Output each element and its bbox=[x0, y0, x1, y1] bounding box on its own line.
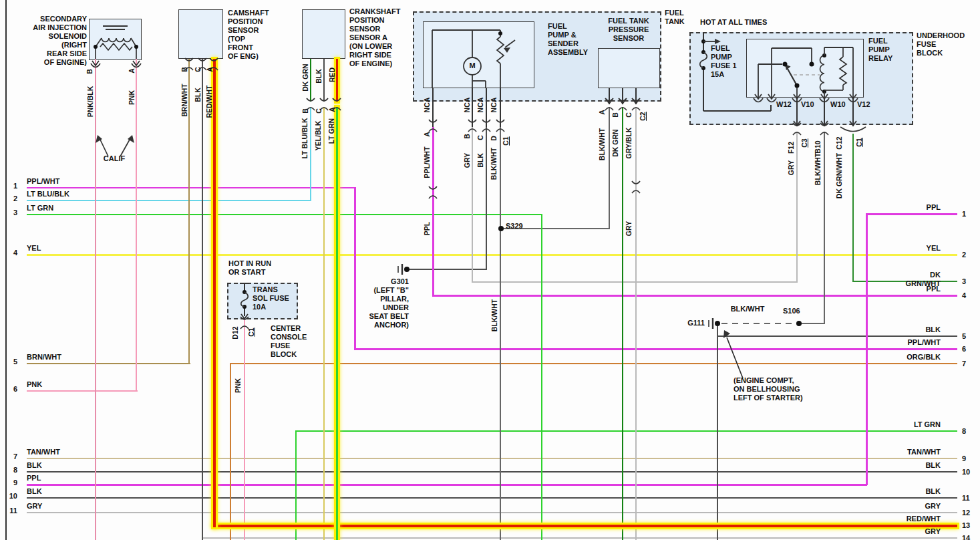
label-blk-pmp: BLK bbox=[476, 153, 484, 168]
label-pplwht-pmp: PPL/WHT bbox=[423, 146, 431, 178]
label-c3: C3 bbox=[800, 138, 808, 147]
label-nca-d: NCA bbox=[490, 98, 498, 113]
label-pnk-sol: PNK bbox=[128, 90, 136, 105]
label-c1-uh: C1 bbox=[855, 138, 863, 146]
row-number-left-10: 10 bbox=[5, 492, 17, 500]
label-brnwht: BRN/WHT bbox=[180, 84, 188, 117]
label-dkgrnwht-uh: DK GRN/WHT bbox=[835, 153, 843, 198]
g111-pointer-arrow-icon bbox=[723, 330, 743, 378]
wire-row7r-org-blk bbox=[230, 363, 957, 364]
wire-ftps-c-stub bbox=[635, 88, 637, 104]
row-label-right-8: LT GRN bbox=[914, 420, 941, 429]
wire-g301-blk-wire bbox=[406, 269, 487, 270]
label-gry-pmp: GRY bbox=[463, 153, 471, 168]
label-crk-pin-a: A bbox=[328, 107, 336, 112]
label-crk-blk: BLK bbox=[315, 69, 323, 84]
wire-dk-grn-crank-v bbox=[310, 59, 311, 102]
row-number-right-1: 1 bbox=[962, 210, 966, 218]
wire-nca-d-stub bbox=[500, 88, 501, 127]
wire-gry-pump-v bbox=[472, 127, 473, 283]
row-number-right-9: 9 bbox=[962, 454, 966, 462]
label-fuel-tank: FUEL TANK bbox=[665, 9, 685, 26]
row-label-left-1: PPL/WHT bbox=[27, 177, 60, 186]
label-blkwht-ftps: BLK/WHT bbox=[598, 128, 606, 160]
label-pmp-pin-a: A bbox=[423, 132, 431, 137]
label-crk-red: RED bbox=[328, 68, 336, 82]
label-ppl-mid: PPL bbox=[423, 222, 431, 235]
wire-v12-pin-v bbox=[852, 98, 854, 126]
label-w12: W12 bbox=[776, 100, 792, 109]
wire-trans-fuse-top-v bbox=[244, 283, 245, 293]
wire-row-blk-lower bbox=[27, 497, 957, 499]
wire-nca-c-stub bbox=[486, 88, 487, 127]
row-number-left-6: 6 bbox=[5, 385, 17, 393]
wire-pnk-blk-v bbox=[95, 59, 96, 540]
label-fp-fuse: FUEL PUMP FUSE 1 15A bbox=[711, 44, 737, 79]
row-label-left-11: GRY bbox=[27, 502, 42, 511]
wire-row8r-lt-grn bbox=[295, 430, 957, 432]
wire-blk-crank-v bbox=[323, 59, 325, 102]
wire-row-blk-upper bbox=[27, 471, 957, 472]
row-number-right-4: 4 bbox=[962, 291, 966, 299]
label-dkgrn-ftps: DK GRN bbox=[611, 129, 619, 156]
ground-icon bbox=[709, 318, 720, 329]
camshaft-sensor-box bbox=[178, 9, 223, 59]
row-label-right-2: YEL bbox=[927, 244, 941, 253]
label-c1-ccfb: C1 bbox=[247, 327, 255, 336]
wire-row1-ppl-wht bbox=[27, 187, 355, 188]
wire-blk-wht-pump-v bbox=[500, 127, 501, 540]
label-hot-run: HOT IN RUN OR START bbox=[228, 259, 271, 277]
wire-nca-a-stub bbox=[432, 88, 434, 127]
wire-row3-lt-grn bbox=[27, 214, 542, 215]
row-number-left-5: 5 bbox=[5, 358, 17, 366]
label-trans-fuse: TRANS SOL FUSE 10A bbox=[253, 285, 289, 311]
label-motor-m: M bbox=[469, 61, 475, 70]
wire-row5r-blk bbox=[717, 335, 957, 337]
row-label-left-9: PPL bbox=[27, 474, 41, 483]
row-number-left-7: 7 bbox=[5, 452, 17, 460]
row-number-left-3: 3 bbox=[5, 209, 17, 217]
row-number-left-8: 8 bbox=[5, 466, 17, 474]
wire-dk-grn-wht-uh-v bbox=[852, 134, 854, 282]
solenoid-box bbox=[89, 19, 142, 60]
row-number-right-7: 7 bbox=[962, 360, 966, 368]
row-label-right-13: RED/WHT bbox=[907, 515, 941, 523]
row-label-left-6: PNK bbox=[27, 380, 42, 389]
label-nca-c: NCA bbox=[476, 98, 484, 113]
wiring-diagram-page: SECONDARY AIR INJECTION SOLENOID (RIGHT … bbox=[0, 0, 980, 540]
label-yelblk: YEL/BLK bbox=[314, 121, 322, 151]
label-pmp-pin-b: B bbox=[463, 134, 471, 139]
connector-cup-wide-icon bbox=[840, 127, 866, 132]
wire-row1r-ppl bbox=[866, 213, 957, 215]
wire-lt-blu-blk-v bbox=[310, 107, 311, 201]
row-number-right-5: 5 bbox=[962, 332, 966, 340]
label-gry-uh: GRY bbox=[787, 160, 795, 175]
label-sol-pin-a: A bbox=[128, 68, 136, 74]
label-engine-compt: (ENGINE COMPT, ON BELLHOUSING LEFT OF ST… bbox=[733, 376, 803, 402]
row-number-right-12: 12 bbox=[962, 509, 970, 517]
wire-ppl-pump-v bbox=[432, 127, 434, 296]
row-label-left-2: LT BLU/BLK bbox=[27, 190, 69, 198]
wire-row4r-ppl bbox=[432, 295, 957, 297]
wire-s106-to-b10 bbox=[799, 323, 825, 324]
label-pmp-pin-c: C bbox=[476, 135, 484, 140]
label-g111: G111 bbox=[687, 319, 705, 327]
label-calif: CALIF bbox=[104, 154, 125, 163]
wire-gry-uh-v bbox=[796, 132, 798, 283]
label-c12: C12 bbox=[835, 136, 843, 149]
row-label-right-7: ORG/BLK bbox=[907, 353, 941, 362]
wire-dk-grn-ftps-v bbox=[622, 107, 623, 540]
label-cam-pin-c: C bbox=[194, 67, 202, 72]
label-blkwht-uh: BLK/WHT bbox=[814, 153, 822, 185]
label-s329: S329 bbox=[506, 222, 523, 231]
crankshaft-sensor-box bbox=[302, 9, 345, 59]
row-label-right-12: GRY bbox=[925, 502, 941, 511]
row-number-left-11: 11 bbox=[5, 507, 17, 515]
label-sol-pin-b: B bbox=[86, 69, 94, 74]
wire-fuse-to-relay-link bbox=[703, 110, 771, 112]
row-number-right-2: 2 bbox=[962, 251, 966, 259]
wire-fuse-w12-link bbox=[770, 105, 772, 111]
row-label-right-4: PPL bbox=[927, 285, 941, 293]
wire-blk-pump-v bbox=[486, 127, 487, 270]
label-nca-a: NCA bbox=[423, 98, 431, 113]
